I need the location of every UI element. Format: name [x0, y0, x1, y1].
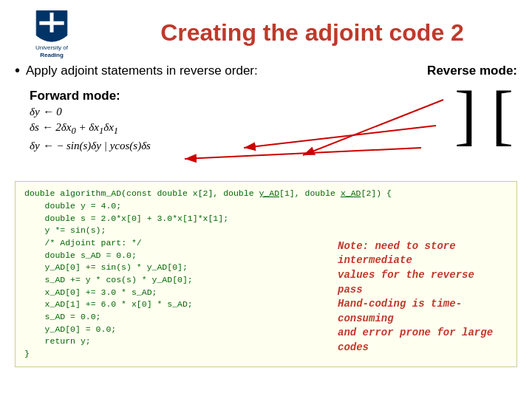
code-block: double algorithm_AD(const double x[2], d… [15, 181, 517, 366]
math-line-1: δy ← 0 [30, 106, 151, 118]
note-line-2: values for the reverse pass [338, 269, 474, 296]
code-line-2: double y = 4.0; [24, 200, 508, 213]
header: University of Reading Creating the adjoi… [0, 0, 532, 62]
note-box: Note: need to store intermediate values … [338, 239, 500, 355]
reverse-mode-label: Reverse mode: [427, 64, 517, 78]
math-formulas: δy ← 0 δs ← 2δx0 + δx1δx1 δy ← − sin(s)δ… [30, 106, 151, 155]
main-content: • Apply adjoint statements in reverse or… [0, 62, 532, 374]
logo-reading-text: Reading [40, 52, 64, 58]
bullet-dot: • [15, 62, 20, 79]
note-line-4: and error prone for large codes [338, 327, 493, 353]
page-title: Creating the adjoint code 2 [103, 19, 521, 47]
modes-area: Forward mode: δy ← 0 δs ← 2δx0 + δx1δx1 … [15, 85, 517, 174]
logo-university-text: University of [35, 44, 68, 51]
code-line-4: y *= sin(s); [24, 225, 508, 237]
svg-line-4 [244, 126, 436, 148]
svg-line-5 [185, 148, 421, 159]
note-line-3: Hand-coding is time-consuming [338, 298, 462, 324]
university-logo [33, 7, 70, 48]
logo-area: University of Reading [7, 7, 96, 58]
bracket-close: ] [454, 78, 477, 151]
svg-line-3 [303, 100, 443, 155]
note-line-1: Note: need to store intermediate [338, 240, 456, 267]
bullet-text: Apply adjoint statements in reverse orde… [26, 64, 258, 78]
bracket-close-container: ] [454, 85, 477, 145]
bracket-container: [ [491, 85, 514, 145]
math-line-3: δy ← − sin(s)δy | ycos(s)δs [30, 140, 151, 152]
bracket-open: [ [491, 78, 514, 151]
forward-mode-label: Forward mode: [30, 89, 120, 103]
svg-rect-1 [39, 21, 64, 25]
math-line-2: δs ← 2δx0 + δx1δx1 [30, 121, 151, 137]
code-line-1: double algorithm_AD(const double x[2], d… [24, 188, 508, 200]
code-line-3: double s = 2.0*x[0] + 3.0*x[1]*x[1]; [24, 213, 508, 225]
bullet-line: • Apply adjoint statements in reverse or… [15, 62, 517, 79]
